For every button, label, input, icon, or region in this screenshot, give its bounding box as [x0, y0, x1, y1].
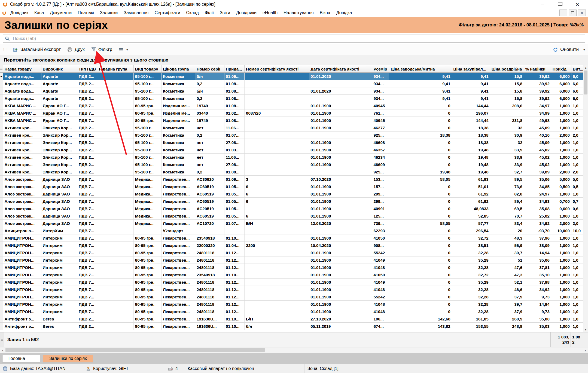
- cell[interactable]: 80-95 грн.: [133, 301, 161, 308]
- cell[interactable]: Активен кре...: [3, 161, 41, 168]
- horizontal-scrollbar[interactable]: ‹ ›: [0, 347, 588, 353]
- cell[interactable]: 299...: [372, 198, 389, 205]
- cell[interactable]: 01.09...: [224, 176, 245, 183]
- cell[interactable]: 80-95 грн.: [133, 293, 161, 301]
- cell[interactable]: 0: [389, 205, 452, 212]
- cell[interactable]: 6: [245, 183, 309, 190]
- cell[interactable]: 0: [389, 242, 452, 249]
- column-header-9[interactable]: Номер сертифікату якості: [245, 65, 309, 73]
- cell[interactable]: [133, 227, 161, 234]
- cell[interactable]: 61,92: [452, 190, 490, 198]
- cell[interactable]: Ядран АО Г...: [41, 117, 77, 124]
- cell[interactable]: АМИЦИТРОН...: [3, 308, 41, 315]
- cell[interactable]: 9,41: [452, 87, 490, 95]
- table-row[interactable]: АМИЦИТРОН...ИнтерхимПДВ 7...80-95 грн.Ле…: [0, 242, 583, 249]
- tab-1[interactable]: Головна: [2, 355, 40, 362]
- cell[interactable]: 39,89: [524, 168, 551, 176]
- cell[interactable]: 32: [490, 124, 524, 132]
- cell[interactable]: [97, 227, 133, 234]
- cell[interactable]: [97, 176, 133, 183]
- cell[interactable]: Эликсир Кор...: [41, 154, 77, 161]
- cell[interactable]: [97, 190, 133, 198]
- row-indicator[interactable]: [0, 95, 3, 102]
- cell[interactable]: 9,41: [452, 73, 490, 80]
- export-button[interactable]: Загальний експорт: [10, 45, 63, 54]
- cell[interactable]: [245, 168, 309, 176]
- cell[interactable]: 40945: [372, 117, 389, 124]
- cell[interactable]: 95-100 г...: [133, 87, 161, 95]
- cell[interactable]: 32,28: [452, 249, 490, 256]
- cell[interactable]: ПДВ 7...: [77, 293, 97, 301]
- table-row[interactable]: АКВА МАРИС ...Ядран АО Г...ПДВ 7...80-95…: [0, 117, 583, 124]
- cell[interactable]: 0,7: [571, 198, 583, 205]
- column-header-4[interactable]: Товарна група: [97, 65, 133, 73]
- column-chooser-icon[interactable]: [0, 65, 3, 73]
- cell[interactable]: [245, 293, 309, 301]
- table-row[interactable]: Aquarte вода...AquarteПДВ 2...95-100 г..…: [0, 87, 583, 95]
- cell[interactable]: 41049: [372, 256, 389, 264]
- cell[interactable]: 1,000: [551, 279, 571, 286]
- cell[interactable]: [97, 73, 133, 80]
- cell[interactable]: [245, 205, 309, 212]
- row-indicator[interactable]: [0, 264, 3, 271]
- table-row[interactable]: Активен кре...Эликсир Кор...ПДВ 2...95-1…: [0, 146, 583, 154]
- cell[interactable]: Лекарствен...: [161, 271, 195, 279]
- cell[interactable]: 95-100 г...: [133, 168, 161, 176]
- cell[interactable]: 19,48: [452, 146, 490, 154]
- cell[interactable]: 83,4: [490, 220, 524, 227]
- cell[interactable]: 157...: [372, 183, 389, 190]
- cell[interactable]: Лекарствен...: [161, 315, 195, 323]
- cell[interactable]: 925...: [372, 132, 389, 139]
- cell[interactable]: ПДВ 7...: [77, 212, 97, 220]
- table-row[interactable]: Алоэ экстрак...Дарница ЗАОПДВ 7...Медика…: [0, 212, 583, 220]
- cell[interactable]: 1,0: [571, 264, 583, 271]
- cell[interactable]: 153...: [372, 176, 389, 183]
- cell[interactable]: ПДВ 2...: [77, 315, 97, 323]
- cell[interactable]: 1,0: [571, 139, 583, 146]
- cell[interactable]: 934...: [372, 80, 389, 87]
- cell[interactable]: 52,85: [452, 212, 490, 220]
- cell[interactable]: 80-95 грн.: [133, 234, 161, 242]
- cell[interactable]: 51: [490, 256, 524, 264]
- cell[interactable]: 32,28: [452, 286, 490, 293]
- cell[interactable]: Амицитрон э...: [3, 227, 41, 234]
- cell[interactable]: Косметика: [161, 161, 195, 168]
- cell[interactable]: 61,93: [452, 176, 490, 183]
- cell[interactable]: 1,0: [571, 249, 583, 256]
- cell[interactable]: 80-95 грн.: [133, 117, 161, 124]
- table-row[interactable]: ►Aquarte вода...AquarteПДВ 2...95-100 г.…: [0, 73, 583, 80]
- cell[interactable]: 0087/20: [245, 109, 309, 117]
- cell[interactable]: 32,28: [452, 308, 490, 315]
- cell[interactable]: ПДВ 7...: [77, 102, 97, 109]
- table-row[interactable]: Антифронт э...BeresПДВ 2...80-95 грн.Лек…: [0, 323, 583, 330]
- cell[interactable]: 89,5: [490, 176, 524, 183]
- menu-item-15[interactable]: Довідка: [333, 10, 355, 16]
- table-row[interactable]: Алоэ экстрак...Дарница ЗАОПДВ 7...Медика…: [0, 176, 583, 183]
- cell[interactable]: 25,02: [524, 212, 551, 220]
- cell[interactable]: 12.08.2020: [309, 220, 372, 227]
- cell[interactable]: 95-100 г...: [133, 146, 161, 154]
- cell[interactable]: 01.10...: [224, 271, 245, 279]
- cell[interactable]: 0,500: [551, 183, 571, 190]
- cell[interactable]: 1,0: [571, 117, 583, 124]
- cell[interactable]: 41049: [372, 279, 389, 286]
- cell[interactable]: [97, 308, 133, 315]
- cell[interactable]: 82,8: [490, 190, 524, 198]
- cell[interactable]: 24801118: [195, 249, 224, 256]
- cell[interactable]: Косметика: [161, 168, 195, 176]
- cell[interactable]: 6: [245, 190, 309, 198]
- cell[interactable]: ПДВ 2...: [77, 146, 97, 154]
- cell[interactable]: 3: [245, 176, 309, 183]
- cell[interactable]: Aquarte вода...: [3, 80, 41, 87]
- cell[interactable]: 01.01.1900: [309, 183, 372, 190]
- table-row[interactable]: Алоэ экстрак...Дарница ЗАОПДВ 7...Медика…: [0, 183, 583, 190]
- cell[interactable]: 95-100 г...: [133, 161, 161, 168]
- cell[interactable]: 32,28: [452, 264, 490, 271]
- cell[interactable]: АМИЦИТРОН...: [3, 293, 41, 301]
- cell[interactable]: ПДВ 7...: [77, 271, 97, 279]
- column-header-1[interactable]: Назва товару: [3, 65, 41, 73]
- cell[interactable]: 19749: [195, 117, 224, 124]
- cell[interactable]: 0: [389, 161, 452, 168]
- cell[interactable]: ПДВ 7...: [77, 242, 97, 249]
- cell[interactable]: 14,94: [524, 249, 551, 256]
